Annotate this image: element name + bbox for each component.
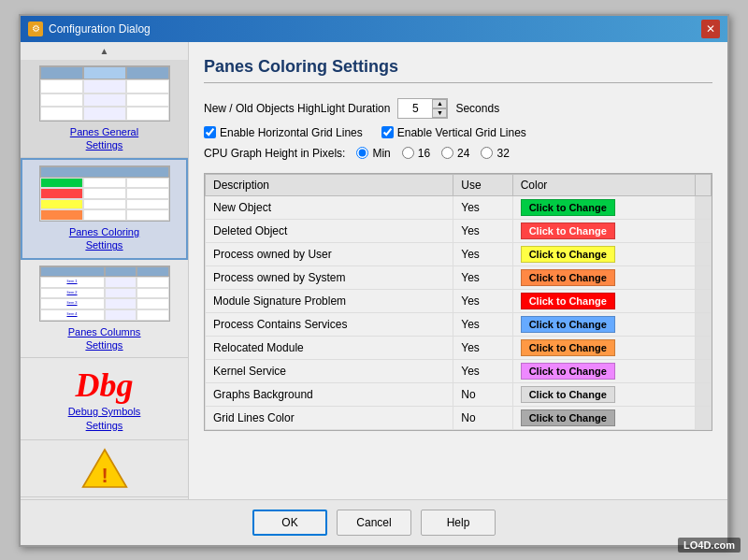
cell-description: Process owned by User <box>206 242 453 266</box>
cell-color: Click to Change <box>512 242 695 266</box>
cancel-button[interactable]: Cancel <box>337 510 411 536</box>
sidebar-label-panes-coloring: Panes ColoringSettings <box>26 225 182 252</box>
radio-32: 32 <box>481 147 509 160</box>
radio-24-label: 24 <box>457 147 469 160</box>
color-change-button[interactable]: Click to Change <box>521 269 615 286</box>
vertical-grid-checkbox-item: Enable Vertical Grid Lines <box>381 126 526 139</box>
cell-scroll <box>696 382 712 406</box>
color-table-body: New ObjectYesClick to ChangeDeleted Obje… <box>206 195 712 429</box>
panes-coloring-thumbnail <box>39 165 170 222</box>
cell-color: Click to Change <box>512 266 695 289</box>
dialog-body: ▲ <box>21 42 727 499</box>
cell-color: Click to Change <box>512 359 695 382</box>
color-change-button[interactable]: Click to Change <box>521 363 615 380</box>
sidebar-label-debug-symbols: Debug SymbolsSettings <box>24 405 184 432</box>
cell-use: Yes <box>453 195 512 219</box>
spinner-up[interactable]: ▲ <box>432 99 447 108</box>
dbg-text: Dbg <box>24 366 184 405</box>
color-change-button[interactable]: Click to Change <box>521 246 615 263</box>
col-color-header: Color <box>512 174 695 195</box>
highlight-spinner[interactable]: 5 ▲ ▼ <box>397 98 448 119</box>
radio-min-label: Min <box>372 147 390 160</box>
app-icon: ⚙ <box>28 22 43 36</box>
col-scroll-header <box>696 174 712 195</box>
table-row: Kernel ServiceYesClick to Change <box>206 359 712 382</box>
radio-16: 16 <box>402 147 430 160</box>
cell-scroll <box>696 266 712 289</box>
table-header-row: Description Use Color <box>206 174 712 195</box>
cell-scroll <box>696 195 712 219</box>
vertical-grid-checkbox[interactable] <box>381 126 394 138</box>
cell-color: Click to Change <box>512 406 695 429</box>
table-row: Process owned by UserYesClick to Change <box>206 242 712 266</box>
cell-description: Kernel Service <box>206 359 453 382</box>
cell-use: No <box>453 382 512 406</box>
color-change-button[interactable]: Click to Change <box>521 316 615 333</box>
cell-scroll <box>696 359 712 382</box>
svg-text:!: ! <box>101 464 108 487</box>
sidebar-scroll-up[interactable]: ▲ <box>21 42 188 60</box>
cell-use: Yes <box>453 219 512 242</box>
table-row: New ObjectYesClick to Change <box>206 195 712 219</box>
panes-columns-thumbnail: Item 1 Item 2 Item 3 Item 4 <box>39 266 170 322</box>
cell-scroll <box>696 242 712 266</box>
cell-description: New Object <box>206 195 453 219</box>
color-change-button[interactable]: Click to Change <box>521 386 615 403</box>
col-description-header: Description <box>206 174 453 195</box>
table-row: Relocated ModuleYesClick to Change <box>206 336 712 359</box>
cell-color: Click to Change <box>512 382 695 406</box>
dialog-footer: OK Cancel Help <box>21 499 727 545</box>
highlight-value-input[interactable]: 5 <box>398 99 432 118</box>
title-bar: ⚙ Configuration Dialog ✕ <box>21 16 727 42</box>
cpu-graph-row: CPU Graph Height in Pixels: Min 16 24 32 <box>204 147 712 160</box>
radio-16-label: 16 <box>418 147 430 160</box>
color-change-button[interactable]: Click to Change <box>521 293 615 309</box>
sidebar-item-panes-columns[interactable]: Item 1 Item 2 Item 3 Item 4 Pane <box>21 260 188 359</box>
checkboxes-row: Enable Horizontal Grid Lines Enable Vert… <box>204 126 712 139</box>
close-button[interactable]: ✕ <box>701 20 720 38</box>
horizontal-grid-checkbox[interactable] <box>204 126 216 138</box>
horizontal-grid-checkbox-item: Enable Horizontal Grid Lines <box>204 126 363 139</box>
cell-scroll <box>696 336 712 359</box>
color-change-button[interactable]: Click to Change <box>521 409 615 426</box>
cell-description: Graphs Background <box>206 382 453 406</box>
radio-24-input[interactable] <box>441 147 453 159</box>
dialog-window: ⚙ Configuration Dialog ✕ ▲ <box>19 14 729 547</box>
sidebar-label-panes-columns: Panes ColumnsSettings <box>24 325 184 352</box>
cell-scroll <box>696 406 712 429</box>
ok-button[interactable]: OK <box>252 510 327 536</box>
cell-use: Yes <box>453 242 512 266</box>
radio-32-input[interactable] <box>481 147 493 159</box>
radio-min-input[interactable] <box>356 147 368 159</box>
cell-use: Yes <box>453 289 512 312</box>
sidebar-item-panes-coloring[interactable]: Panes ColoringSettings <box>21 158 188 260</box>
sidebar-item-debug-symbols[interactable]: Dbg Debug SymbolsSettings <box>21 358 188 440</box>
cell-scroll <box>696 289 712 312</box>
horizontal-grid-label: Enable Horizontal Grid Lines <box>220 126 363 139</box>
help-button[interactable]: Help <box>421 510 496 536</box>
color-table-wrapper: Description Use Color New ObjectYesClick… <box>204 173 712 431</box>
cell-description: Relocated Module <box>206 336 453 359</box>
page-title: Panes Coloring Settings <box>204 57 712 83</box>
color-change-button[interactable]: Click to Change <box>521 199 615 216</box>
cell-description: Module Signature Problem <box>206 289 453 312</box>
col-use-header: Use <box>453 174 512 195</box>
sidebar-label-panes-general: Panes GeneralSettings <box>24 125 184 152</box>
sidebar-item-panes-general[interactable]: Panes GeneralSettings <box>21 60 188 159</box>
cell-color: Click to Change <box>512 312 695 336</box>
cell-use: Yes <box>453 336 512 359</box>
sidebar-item-warning[interactable]: ! <box>21 440 188 497</box>
cell-use: Yes <box>453 359 512 382</box>
cell-use: Yes <box>453 266 512 289</box>
color-change-button[interactable]: Click to Change <box>521 223 615 239</box>
spinner-down[interactable]: ▼ <box>432 108 447 118</box>
color-change-button[interactable]: Click to Change <box>521 339 615 356</box>
table-row: Module Signature ProblemYesClick to Chan… <box>206 289 712 312</box>
highlight-unit: Seconds <box>455 102 499 115</box>
table-row: Grid Lines ColorNoClick to Change <box>206 406 712 429</box>
watermark: LO4D.com <box>678 538 741 553</box>
radio-32-label: 32 <box>496 147 509 160</box>
radio-min: Min <box>356 147 390 160</box>
cell-color: Click to Change <box>512 289 695 312</box>
radio-16-input[interactable] <box>402 147 414 159</box>
